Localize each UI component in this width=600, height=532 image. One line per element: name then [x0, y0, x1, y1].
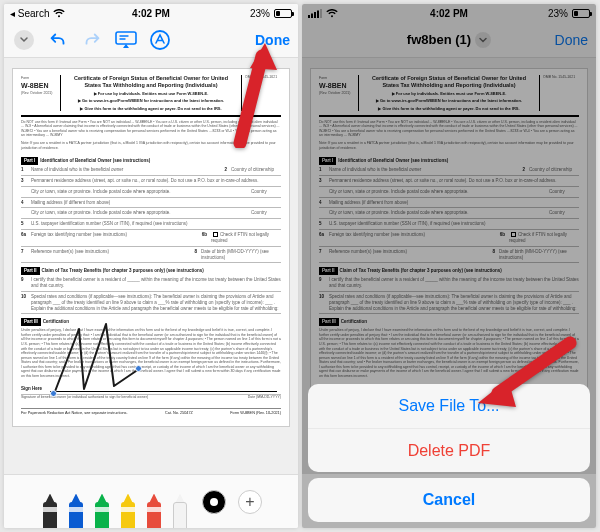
action-sheet: Save File To... Delete PDF Cancel	[308, 384, 590, 522]
pdf-page: Form W-8BEN (Rev. October 2021) Certific…	[12, 68, 290, 427]
footer-right: Form W-8BEN (Rev. 10-2021)	[230, 411, 281, 416]
battery-icon	[274, 9, 292, 18]
toggle-sidebar-button[interactable]	[12, 28, 36, 52]
doc-sub2: ▶ Go to www.irs.gov/FormW8BEN for instru…	[67, 98, 235, 103]
done-button[interactable]: Done	[255, 32, 290, 48]
part3-title: Certification	[43, 319, 69, 324]
line-4c: Country	[251, 210, 281, 216]
pen-tool-green[interactable]	[92, 490, 112, 529]
omb-number: OMB No. 1545-1621	[241, 75, 281, 111]
undo-button[interactable]	[46, 28, 70, 52]
certification-text: Under penalties of perjury, I declare th…	[21, 328, 281, 378]
line-3b: City or town, state or province. Include…	[31, 189, 247, 195]
line-4: Mailing address (if different from above…	[31, 200, 281, 206]
markup-toolbar: +	[4, 474, 298, 528]
doc-title-1: Certificate of Foreign Status of Benefic…	[67, 75, 235, 82]
form-prefix: Form	[21, 76, 29, 80]
part2-title: Claim of Tax Treaty Benefits (for chapte…	[42, 268, 204, 273]
status-bar: ◂ Search 4:02 PM 23%	[4, 4, 298, 22]
line-6b: Check if FTIN not legally required	[211, 232, 269, 243]
line-4b: City or town, state or province. Include…	[31, 210, 247, 216]
annotate-text-button[interactable]	[114, 28, 138, 52]
markup-navbar: Done	[4, 22, 298, 58]
save-file-to-button[interactable]: Save File To...	[308, 384, 590, 428]
form-rev: (Rev. October 2021)	[21, 91, 52, 95]
sign-here-label: Sign Here	[21, 386, 42, 392]
status-time: 4:02 PM	[4, 8, 298, 19]
color-picker-button[interactable]	[202, 490, 226, 514]
footer-mid: Cat. No. 25047Z	[165, 411, 193, 416]
part2-bar: Part II	[21, 267, 40, 275]
line-3c: Country	[251, 189, 281, 195]
footer-left: For Paperwork Reduction Act Notice, see …	[21, 411, 128, 416]
line-10: Special rates and conditions (if applica…	[31, 294, 281, 312]
doc-title-2: States Tax Withholding and Reporting (In…	[67, 82, 235, 89]
markup-toggle-button[interactable]	[148, 28, 172, 52]
eraser-tool[interactable]	[170, 490, 190, 529]
note-footer: Note: If you are a resident in a FATCA p…	[21, 141, 281, 150]
do-not-use-block: Do NOT use this form if: Instead use For…	[21, 120, 281, 138]
document-canvas[interactable]: Form W-8BEN (Rev. October 2021) Certific…	[4, 58, 298, 474]
pen-tool-red[interactable]	[144, 490, 164, 529]
line-7: Reference number(s) (see instructions)	[31, 249, 190, 261]
line-2: Country of citizenship	[231, 167, 281, 173]
line-6a: Foreign tax identifying number (see inst…	[31, 232, 198, 244]
line-5: U.S. taxpayer identification number (SSN…	[31, 221, 281, 227]
form-name: W-8BEN	[21, 82, 48, 89]
doc-sub3: ▶ Give this form to the withholding agen…	[67, 106, 235, 111]
pen-tool-blue[interactable]	[66, 490, 86, 529]
add-shape-button[interactable]: +	[238, 490, 262, 514]
sig-caption: Signature of beneficial owner (or indivi…	[21, 395, 148, 400]
cancel-button[interactable]: Cancel	[308, 478, 590, 522]
pen-tool-black[interactable]	[40, 490, 60, 529]
svg-rect-0	[116, 32, 136, 44]
files-preview-pane: 4:02 PM 23% fw8ben (1) Done Form W-8BEN …	[302, 4, 596, 528]
line-9: I certify that the beneficial owner is a…	[31, 277, 281, 289]
date-caption: Date (MM-DD-YYYY)	[248, 395, 281, 400]
line-1: Name of individual who is the beneficial…	[31, 167, 220, 173]
redo-button[interactable]	[80, 28, 104, 52]
part1-title: Identification of Beneficial Owner (see …	[40, 158, 150, 163]
markup-editor-pane: ◂ Search 4:02 PM 23%	[4, 4, 298, 528]
part1-bar: Part I	[21, 157, 38, 165]
highlighter-tool-yellow[interactable]	[118, 490, 138, 529]
doc-sub1: ▶ For use by individuals. Entities must …	[67, 91, 235, 96]
line-3: Permanent residence address (street, apt…	[31, 178, 281, 184]
delete-pdf-button[interactable]: Delete PDF	[308, 428, 590, 472]
part3-bar: Part III	[21, 318, 41, 326]
line-8: Date of birth (MM-DD-YYYY) (see instruct…	[201, 249, 281, 261]
